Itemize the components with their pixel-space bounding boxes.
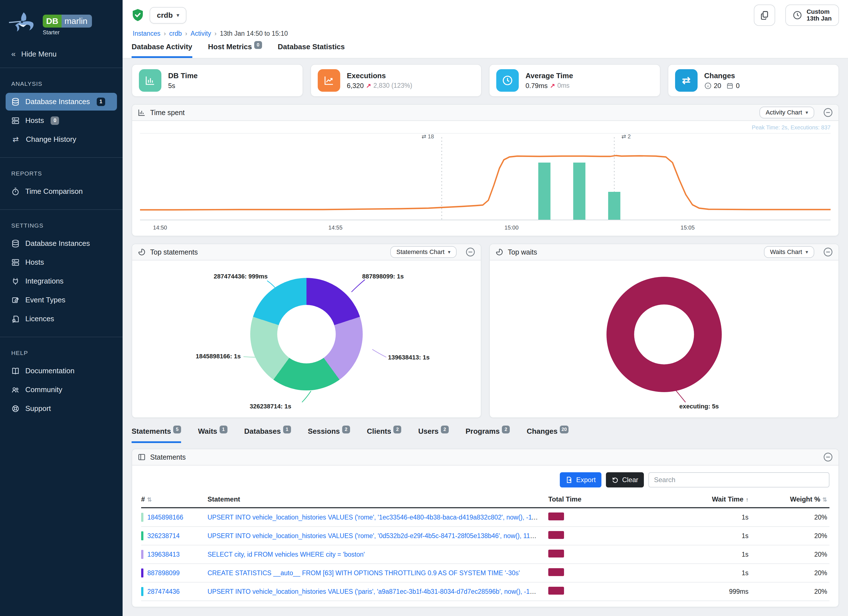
sidebar-section-reports: REPORTS Time Comparison: [0, 158, 123, 210]
sort-icon[interactable]: ⇅: [147, 496, 152, 503]
pie-chart-icon: [138, 248, 146, 256]
instance-selector[interactable]: crdb ▾: [150, 7, 187, 24]
x-tick: 15:00: [504, 224, 519, 231]
peak-annotation: Peak Time: 2s, Executions: 837: [140, 123, 830, 132]
life-ring-icon: [11, 404, 20, 413]
card-delta: 0ms: [557, 82, 569, 89]
tab-programs[interactable]: Programs2: [466, 427, 510, 443]
tab-users[interactable]: Users2: [418, 427, 448, 443]
changes-info-count: 20: [714, 82, 722, 90]
statement-color-chip: [141, 550, 144, 559]
card-title: Changes: [704, 71, 740, 80]
export-button[interactable]: Export: [560, 472, 601, 487]
tab-database-statistics[interactable]: Database Statistics: [278, 43, 345, 58]
clear-button[interactable]: Clear: [606, 472, 644, 487]
waits-donut-chart[interactable]: executing: 5s: [490, 260, 838, 417]
changes-event-count: 0: [736, 82, 740, 90]
calendar-icon: [726, 82, 734, 89]
tab-host-metrics[interactable]: Host Metrics0: [208, 43, 262, 58]
statement-id-link[interactable]: 139638413: [147, 551, 180, 558]
breadcrumb-crdb[interactable]: crdb: [169, 30, 182, 37]
content-area: DB Time 5s Executions 6,320 ↗ 2,830 (123…: [123, 58, 848, 616]
statement-link[interactable]: UPSERT INTO vehicle_location_histories V…: [208, 588, 548, 595]
card-changes: ⇄ Changes 20 0: [668, 64, 839, 97]
slice-label: 326238714: 1s: [250, 403, 291, 410]
x-axis: 14:50 14:55 15:00 15:05: [140, 223, 830, 232]
collapse-icon[interactable]: [466, 247, 475, 257]
count-badge: 2: [502, 426, 510, 433]
statement-id-link[interactable]: 287474436: [147, 588, 180, 595]
statement-link[interactable]: UPSERT INTO vehicle_location_histories V…: [208, 532, 548, 539]
section-title-help: HELP: [6, 343, 117, 362]
waits-chart-selector[interactable]: Waits Chart ▾: [764, 246, 814, 258]
sidebar-item-community[interactable]: Community: [6, 381, 117, 399]
statement-color-chip: [141, 587, 144, 596]
sidebar-section-settings: SETTINGS Database Instances Hosts Integr…: [0, 210, 123, 337]
activity-chart[interactable]: ⇄ 18 ⇄ 2: [140, 132, 830, 223]
tab-sessions[interactable]: Sessions2: [308, 427, 350, 443]
slice-label: 1845898166: 1s: [196, 353, 241, 360]
hide-menu-button[interactable]: « Hide Menu: [0, 42, 123, 68]
statement-link[interactable]: UPSERT INTO vehicle_location_histories V…: [208, 514, 548, 521]
collapse-icon[interactable]: [823, 247, 833, 257]
sidebar-item-settings-database-instances[interactable]: Database Instances: [6, 235, 117, 252]
sidebar-item-settings-hosts[interactable]: Hosts: [6, 254, 117, 271]
time-spent-panel: Time spent Activity Chart ▾ Peak Time: 2…: [132, 104, 839, 236]
statement-link[interactable]: CREATE STATISTICS __auto__ FROM [63] WIT…: [208, 569, 520, 577]
page-header: crdb ▾ Custom 13th Jan Instances › crdb …: [123, 0, 848, 58]
panel-title: Top statements: [150, 248, 198, 256]
breadcrumb-current: 13th Jan 14:50 to 15:10: [220, 30, 288, 37]
total-time-bar: [548, 531, 564, 539]
search-input[interactable]: [648, 472, 829, 487]
breadcrumb-separator: ›: [185, 30, 187, 37]
breadcrumb-activity[interactable]: Activity: [191, 30, 211, 37]
tab-statements[interactable]: Statements5: [132, 427, 181, 443]
sidebar-item-time-comparison[interactable]: Time Comparison: [6, 183, 117, 200]
main-tabs: Database Activity Host Metrics0 Database…: [132, 43, 839, 58]
chevron-down-icon: ▾: [805, 249, 808, 255]
card-value: 6,320: [347, 82, 364, 90]
statement-id-link[interactable]: 1845898166: [147, 514, 183, 521]
tab-waits[interactable]: Waits1: [198, 427, 227, 443]
top-waits-panel: Top waits Waits Chart ▾ executing: 5s: [489, 243, 839, 418]
wait-time: 999ms: [633, 588, 751, 595]
statements-chart-selector[interactable]: Statements Chart ▾: [390, 246, 457, 258]
panel-title: Time spent: [150, 108, 185, 117]
activity-chart-selector[interactable]: Activity Chart ▾: [759, 107, 814, 119]
statement-id-link[interactable]: 326238714: [147, 532, 180, 540]
sort-asc-icon[interactable]: ↑: [746, 496, 749, 503]
collapse-icon[interactable]: [823, 108, 833, 117]
tab-databases[interactable]: Databases1: [244, 427, 291, 443]
sidebar-item-database-instances[interactable]: Database Instances 1: [6, 93, 117, 111]
sidebar-item-hosts[interactable]: Hosts 0: [6, 112, 117, 129]
table-row: 287474436 UPSERT INTO vehicle_location_h…: [141, 583, 829, 601]
breadcrumb-instances[interactable]: Instances: [133, 30, 160, 37]
tab-changes[interactable]: Changes20: [526, 427, 569, 443]
sidebar-section-help: HELP Documentation Community Support: [0, 337, 123, 426]
statement-id-link[interactable]: 887898099: [147, 569, 180, 577]
count-badge: 2: [441, 426, 449, 433]
clock-icon: [793, 10, 802, 20]
chevron-down-icon: ▾: [448, 249, 451, 255]
wait-time: 1s: [633, 551, 751, 558]
card-executions: Executions 6,320 ↗ 2,830 (123%): [310, 64, 482, 97]
sidebar-item-licences[interactable]: Licences: [6, 310, 117, 328]
slice-label: 139638413: 1s: [388, 354, 430, 361]
sidebar-item-event-types[interactable]: Event Types: [6, 291, 117, 309]
time-range-button[interactable]: Custom 13th Jan: [785, 4, 839, 26]
tab-database-activity[interactable]: Database Activity: [132, 43, 192, 58]
statement-link[interactable]: SELECT city, id FROM vehicles WHERE city…: [208, 551, 365, 558]
wait-time: 1s: [633, 569, 751, 577]
label-connectors: [132, 260, 481, 417]
sidebar-item-change-history[interactable]: ⇄ Change History: [6, 131, 117, 148]
panel-title: Top waits: [508, 248, 537, 256]
sidebar-item-support[interactable]: Support: [6, 400, 117, 417]
statements-donut-chart[interactable]: 287474436: 999ms 887898099: 1s 184589816…: [132, 260, 481, 417]
sidebar-item-integrations[interactable]: Integrations: [6, 272, 117, 290]
sort-icon[interactable]: ⇅: [823, 496, 827, 503]
collapse-icon[interactable]: [823, 452, 833, 462]
sidebar-item-documentation[interactable]: Documentation: [6, 362, 117, 380]
brand-edition: Starter: [43, 29, 92, 36]
tab-clients[interactable]: Clients2: [367, 427, 402, 443]
copy-button[interactable]: [754, 4, 775, 26]
